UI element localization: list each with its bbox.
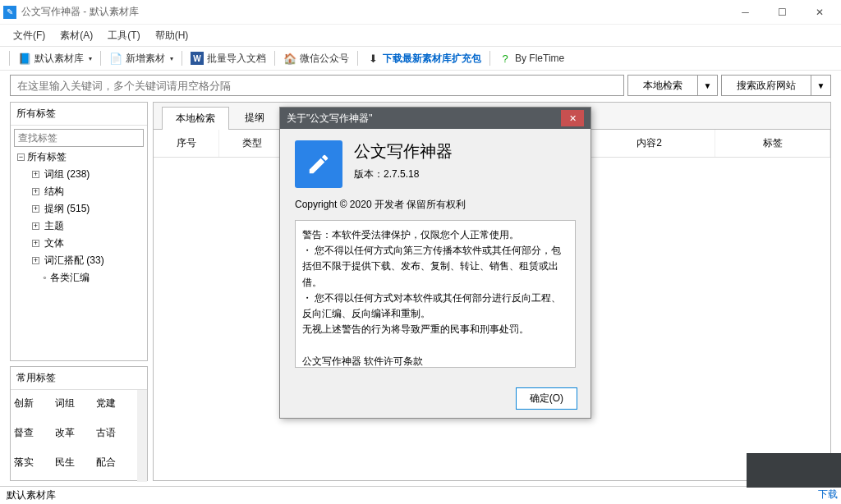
plus-icon[interactable]: + bbox=[32, 171, 39, 178]
gov-search-button[interactable]: 搜索政府网站 bbox=[721, 75, 811, 96]
sidebar: 所有标签 − 所有标签 +词组 (238) +结构 +提纲 (515) +主题 … bbox=[10, 102, 148, 481]
all-tags-body: − 所有标签 +词组 (238) +结构 +提纲 (515) +主题 +文体 +… bbox=[11, 126, 147, 360]
tree-node[interactable]: +提纲 (515) bbox=[29, 200, 144, 218]
plus-icon[interactable]: + bbox=[32, 240, 39, 247]
chevron-down-icon: ▾ bbox=[170, 55, 173, 62]
statusbar: 默认素材库 bbox=[0, 486, 841, 504]
tree-root: − 所有标签 +词组 (238) +结构 +提纲 (515) +主题 +文体 +… bbox=[14, 149, 144, 286]
plus-icon[interactable]: + bbox=[32, 257, 39, 264]
menu-material[interactable]: 素材(A) bbox=[57, 27, 96, 44]
tree-label: 所有标签 bbox=[27, 150, 67, 164]
titlebar: ✎ 公文写作神器 - 默认素材库 ─ ☐ ✕ bbox=[0, 0, 841, 25]
tag-item[interactable]: 落实 bbox=[14, 454, 52, 477]
menubar: 文件(F) 素材(A) 工具(T) 帮助(H) bbox=[0, 25, 841, 46]
tag-search-input[interactable] bbox=[14, 129, 144, 147]
local-search-dropdown[interactable]: ▼ bbox=[698, 75, 718, 96]
tree-label: 文体 bbox=[44, 236, 64, 250]
tab-outline[interactable]: 提纲 bbox=[231, 106, 278, 129]
toolbar: 📘 默认素材库 ▾ 📄 新增素材 ▾ W 批量导入文档 🏠 微信公众号 ⬇ 下载… bbox=[0, 46, 841, 71]
tag-item[interactable]: 党建 bbox=[96, 395, 134, 418]
plus-icon[interactable]: + bbox=[32, 205, 39, 213]
tree-node[interactable]: +文体 bbox=[29, 235, 144, 252]
dialog-body: 公文写作神器 版本：2.7.5.18 Copyright © 2020 开发者 … bbox=[280, 129, 591, 379]
tag-item[interactable]: 督查 bbox=[14, 424, 52, 447]
column-header-index[interactable]: 序号 bbox=[154, 130, 219, 157]
tree-label: 词汇搭配 (33) bbox=[44, 254, 104, 268]
plus-icon[interactable]: + bbox=[32, 188, 39, 195]
dialog-copyright: Copyright © 2020 开发者 保留所有权利 bbox=[295, 198, 576, 212]
wechat-button[interactable]: 🏠 微信公众号 bbox=[278, 49, 354, 68]
dialog-version: 版本：2.7.5.18 bbox=[354, 167, 453, 181]
tag-grid: 创新 词组 党建 督查 改革 古语 落实 民生 配合 bbox=[11, 390, 137, 482]
tree-children: +词组 (238) +结构 +提纲 (515) +主题 +文体 +词汇搭配 (3… bbox=[14, 166, 144, 286]
tag-item[interactable]: 创新 bbox=[14, 395, 52, 418]
status-download-link[interactable]: 下载 bbox=[818, 488, 838, 502]
keyword-input[interactable] bbox=[10, 75, 624, 96]
column-header-tags[interactable]: 标签 bbox=[715, 130, 830, 157]
license-textbox[interactable]: 警告：本软件受法律保护，仅限您个人正常使用。 ・ 您不得以任何方式向第三方传播本… bbox=[295, 220, 576, 368]
dot-icon: ∘ bbox=[42, 273, 48, 283]
dialog-titlebar[interactable]: 关于"公文写作神器" ✕ bbox=[280, 108, 591, 129]
tree-node[interactable]: +主题 bbox=[29, 218, 144, 235]
tree-label: 提纲 (515) bbox=[44, 202, 90, 216]
common-tags-panel: 常用标签 创新 词组 党建 督查 改革 古语 落实 民生 配合 bbox=[10, 366, 148, 481]
ok-button[interactable]: 确定(O) bbox=[516, 387, 577, 410]
all-tags-panel: 所有标签 − 所有标签 +词组 (238) +结构 +提纲 (515) +主题 … bbox=[10, 102, 148, 361]
tree-label: 词组 (238) bbox=[44, 167, 90, 181]
dialog-close-button[interactable]: ✕ bbox=[561, 110, 584, 126]
maximize-button[interactable]: ☐ bbox=[764, 0, 801, 25]
download-extension-button[interactable]: ⬇ 下载最新素材库扩充包 bbox=[361, 49, 486, 68]
column-header-type[interactable]: 类型 bbox=[219, 130, 285, 157]
window-title: 公文写作神器 - 默认素材库 bbox=[21, 5, 727, 19]
tree-node[interactable]: +词汇搭配 (33) bbox=[29, 252, 144, 269]
by-fletime-button[interactable]: ? By FleTime bbox=[494, 49, 569, 67]
menu-file[interactable]: 文件(F) bbox=[10, 27, 48, 44]
tag-item[interactable]: 古语 bbox=[96, 424, 134, 447]
minus-icon[interactable]: − bbox=[17, 153, 25, 161]
app-logo-icon bbox=[295, 140, 342, 188]
tree-node[interactable]: +词组 (238) bbox=[29, 166, 144, 183]
panel-header: 所有标签 bbox=[11, 103, 147, 126]
home-icon: 🏠 bbox=[283, 52, 296, 65]
column-header-content2[interactable]: 内容2 bbox=[584, 130, 715, 157]
toolbar-label: 批量导入文档 bbox=[207, 52, 266, 66]
tree-node-all[interactable]: − 所有标签 bbox=[14, 149, 144, 166]
bulk-import-button[interactable]: W 批量导入文档 bbox=[186, 49, 271, 68]
menu-tool[interactable]: 工具(T) bbox=[104, 27, 143, 44]
tab-local-search[interactable]: 本地检索 bbox=[162, 107, 229, 130]
tag-item[interactable]: 词组 bbox=[55, 395, 93, 418]
tree-node[interactable]: ∘各类汇编 bbox=[29, 269, 144, 286]
panel-header: 常用标签 bbox=[11, 367, 147, 390]
tree-label: 结构 bbox=[44, 185, 64, 199]
book-icon: 📘 bbox=[18, 52, 31, 65]
help-icon: ? bbox=[499, 52, 512, 65]
dialog-footer: 确定(O) bbox=[280, 379, 591, 418]
tag-item[interactable]: 改革 bbox=[55, 424, 93, 447]
about-dialog: 关于"公文写作神器" ✕ 公文写作神器 版本：2.7.5.18 Copyrigh… bbox=[279, 107, 591, 419]
app-icon: ✎ bbox=[3, 6, 16, 19]
window-controls: ─ ☐ ✕ bbox=[727, 0, 838, 25]
tree-label: 各类汇编 bbox=[50, 271, 90, 285]
tag-item[interactable]: 民生 bbox=[55, 454, 93, 477]
word-icon: W bbox=[191, 52, 204, 65]
tree-node[interactable]: +结构 bbox=[29, 183, 144, 200]
new-material-dropdown[interactable]: 📄 新增素材 ▾ bbox=[104, 49, 178, 68]
menu-help[interactable]: 帮助(H) bbox=[152, 27, 192, 44]
dialog-app-name: 公文写作神器 bbox=[354, 140, 453, 163]
close-button[interactable]: ✕ bbox=[801, 0, 838, 25]
download-icon: ⬇ bbox=[366, 52, 379, 65]
scrollbar[interactable] bbox=[137, 390, 147, 482]
toolbar-label: 默认素材库 bbox=[34, 52, 84, 66]
tag-item[interactable]: 配合 bbox=[96, 454, 134, 477]
status-left: 默认素材库 bbox=[7, 488, 56, 502]
default-lib-dropdown[interactable]: 📘 默认素材库 ▾ bbox=[13, 49, 97, 68]
minimize-button[interactable]: ─ bbox=[727, 0, 764, 25]
toolbar-label: By FleTime bbox=[515, 53, 564, 64]
toolbar-label: 微信公众号 bbox=[300, 52, 349, 66]
dialog-title-text: 关于"公文写作神器" bbox=[287, 112, 373, 126]
gov-search-dropdown[interactable]: ▼ bbox=[811, 75, 831, 96]
bottom-overlay bbox=[747, 453, 841, 488]
local-search-button[interactable]: 本地检索 bbox=[627, 75, 698, 96]
plus-icon[interactable]: + bbox=[32, 222, 39, 230]
chevron-down-icon: ▾ bbox=[89, 55, 92, 62]
